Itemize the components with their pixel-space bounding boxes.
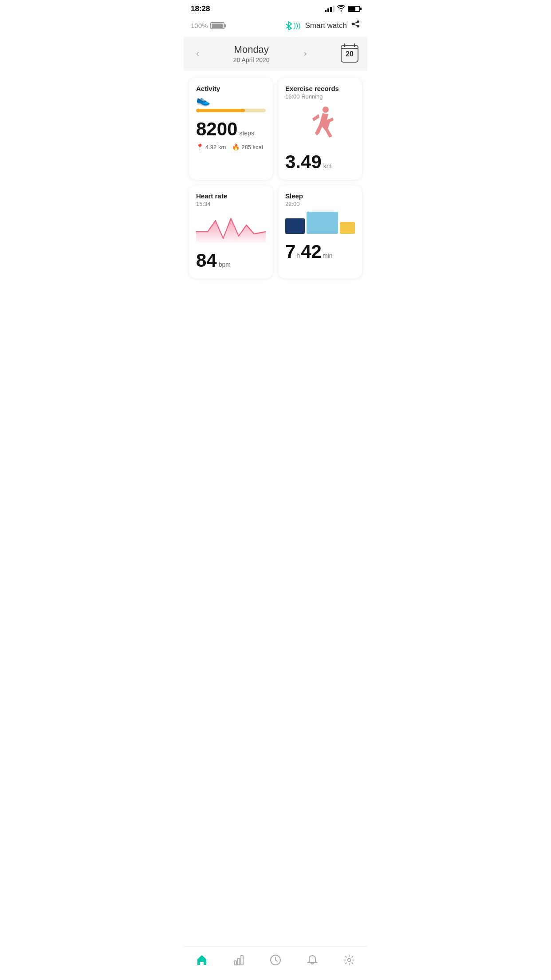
- steps-count: 8200 steps: [196, 119, 266, 140]
- heart-rate-chart: [196, 212, 266, 243]
- sleep-deep-bar: [285, 218, 305, 234]
- wifi-icon: [337, 5, 345, 13]
- date-full: 20 April 2020: [233, 56, 270, 63]
- nav-spacer: [184, 285, 367, 325]
- sleep-minutes: 42: [301, 241, 322, 262]
- bluetooth-icon: ))): [286, 21, 301, 30]
- exercise-title: Exercise records: [285, 85, 355, 92]
- steps-number: 8200: [196, 119, 237, 140]
- heart-rate-title: Heart rate: [196, 192, 266, 200]
- bpm-count: 84 bpm: [196, 250, 266, 271]
- sleep-minutes-unit: min: [323, 252, 333, 259]
- share-icon[interactable]: [351, 20, 360, 32]
- exercise-card[interactable]: Exercise records 16:00 Running 3.49 km: [278, 78, 362, 180]
- device-battery: 100%: [191, 22, 224, 29]
- activity-bar-fill: [196, 109, 245, 112]
- exercise-distance-number: 3.49: [285, 151, 322, 173]
- date-center: Monday 20 April 2020: [233, 44, 270, 63]
- status-icons: [325, 5, 360, 13]
- date-navigation: ‹ Monday 20 April 2020 › 20: [184, 37, 367, 71]
- exercise-distance-label: km: [323, 162, 332, 170]
- sleep-chart: [285, 212, 355, 234]
- heart-rate-subtitle: 15:34: [196, 201, 266, 207]
- calendar-icon[interactable]: 20: [341, 45, 358, 63]
- bpm-number: 84: [196, 250, 217, 271]
- status-time: 18:28: [191, 4, 210, 13]
- distance-stat: 📍 4.92 km: [196, 143, 226, 150]
- sleep-title: Sleep: [285, 192, 355, 200]
- next-day-button[interactable]: ›: [300, 46, 310, 61]
- date-day: Monday: [233, 44, 270, 55]
- steps-label: steps: [239, 130, 254, 137]
- activity-stats: 📍 4.92 km 🔥 285 kcal: [196, 143, 266, 150]
- heart-rate-card[interactable]: Heart rate 15:34 84 bpm: [189, 185, 273, 278]
- bpm-label: bpm: [219, 261, 231, 268]
- location-icon: 📍: [196, 143, 204, 150]
- activity-progress-bar: [196, 109, 266, 112]
- cards-grid: Activity 👟 8200 steps 📍 4.92 km 🔥 285 kc…: [184, 71, 367, 285]
- activity-card[interactable]: Activity 👟 8200 steps 📍 4.92 km 🔥 285 kc…: [189, 78, 273, 180]
- device-battery-percent: 100%: [191, 22, 208, 29]
- svg-point-0: [323, 107, 329, 113]
- runner-icon: [285, 104, 355, 146]
- device-name: Smart watch: [305, 21, 347, 30]
- sleep-hours: 7: [285, 241, 295, 262]
- calendar-date: 20: [346, 50, 354, 58]
- distance-value: 4.92 km: [205, 144, 226, 150]
- flame-icon: 🔥: [232, 143, 240, 150]
- battery-icon: [348, 6, 360, 12]
- sleep-card[interactable]: Sleep 22:00 7 h 42 min: [278, 185, 362, 278]
- device-battery-icon: [210, 22, 224, 29]
- status-bar: 18:28: [184, 0, 367, 16]
- exercise-subtitle: 16:00 Running: [285, 93, 355, 100]
- calories-value: 285 kcal: [241, 144, 263, 150]
- sleep-light-bar: [307, 212, 338, 234]
- prev-day-button[interactable]: ‹: [193, 46, 203, 61]
- calories-stat: 🔥 285 kcal: [232, 143, 263, 150]
- sleep-subtitle: 22:00: [285, 201, 355, 207]
- sleep-hours-unit: h: [296, 252, 300, 259]
- sleep-rem-bar: [340, 222, 355, 234]
- activity-title: Activity: [196, 85, 266, 92]
- sleep-count: 7 h 42 min: [285, 241, 355, 262]
- device-bar: 100% ))) Smart watch: [184, 16, 367, 37]
- device-right: ))) Smart watch: [286, 20, 360, 32]
- signal-bars-icon: [325, 6, 335, 12]
- exercise-distance: 3.49 km: [285, 151, 355, 173]
- footsteps-icon: 👟: [196, 93, 266, 107]
